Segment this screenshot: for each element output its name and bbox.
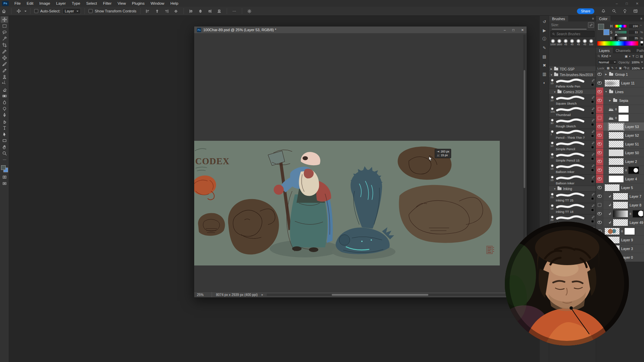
status-detail-toggle[interactable]: ▸ — [262, 293, 263, 296]
visibility-toggle-empty[interactable] — [598, 107, 601, 111]
tab-layers[interactable]: Layers — [596, 47, 613, 53]
layer-name[interactable]: Layer 11 — [621, 81, 635, 85]
layer-row-layer-52[interactable]: Layer 52 — [596, 131, 644, 140]
layer-row-layer-49[interactable]: Layer 49 — [596, 218, 644, 227]
layer-thumbnail[interactable] — [613, 193, 628, 200]
doc-minimize-button[interactable]: – — [504, 28, 506, 32]
filter-kind-label[interactable]: Kind — [601, 54, 608, 58]
type-tool[interactable] — [1, 125, 8, 131]
eye-column[interactable] — [596, 105, 603, 113]
brush-item[interactable]: 10 Square Sketch — [549, 95, 596, 106]
brush-settings-panel-icon[interactable]: ✎ — [541, 44, 548, 51]
panel-menu-icon[interactable]: ≡ — [590, 15, 596, 21]
search-icon[interactable] — [610, 8, 618, 14]
color-spectrum-ramp[interactable] — [597, 41, 639, 46]
tab-channels[interactable]: Channels — [613, 47, 634, 53]
heal-tool[interactable] — [1, 55, 8, 61]
visibility-eye-icon[interactable] — [597, 195, 602, 198]
chevron-right-icon[interactable]: ▶ — [608, 99, 612, 102]
layer-name[interactable]: Lines — [615, 90, 624, 94]
visibility-eye-icon[interactable] — [597, 134, 602, 137]
tab-color[interactable]: Color — [596, 15, 610, 21]
tab-paths[interactable]: Paths — [634, 47, 644, 53]
menu-file[interactable]: File — [11, 1, 24, 5]
eye-column[interactable] — [596, 192, 603, 200]
layer-name[interactable]: Layer 3 — [621, 247, 633, 251]
brush-item[interactable]: 15 Simple Pencil 15 — [549, 152, 596, 163]
layer-row-layer-7[interactable]: Layer 7 — [596, 192, 644, 201]
brush-preset-45[interactable]: 45 — [575, 39, 582, 46]
layer-name[interactable]: Layer 51 — [625, 142, 639, 146]
visibility-eye-icon[interactable] — [597, 186, 602, 189]
layer-group-group-1[interactable]: ▶Group 1 — [596, 70, 644, 79]
brush-search-box[interactable]: Search Brushes — [550, 31, 595, 37]
menu-window[interactable]: Window — [148, 1, 167, 5]
blend-mode-dropdown[interactable]: Normal — [597, 60, 617, 65]
eye-column[interactable] — [596, 175, 603, 183]
auto-select-checkbox[interactable] — [34, 9, 38, 13]
visibility-eye-icon[interactable] — [597, 212, 602, 215]
visibility-eye-icon[interactable] — [597, 151, 602, 154]
brush-preset-45[interactable]: 45 — [569, 39, 575, 46]
slider-marker[interactable] — [619, 26, 621, 29]
layer-thumbnail[interactable] — [613, 219, 628, 226]
filter-icon-0[interactable]: ▣ — [625, 54, 628, 58]
layer-row-layer-51[interactable]: Layer 51 — [596, 140, 644, 148]
workspace-settings-gear-icon[interactable] — [246, 8, 253, 14]
menu-edit[interactable]: Edit — [24, 1, 37, 5]
layer-name[interactable]: Layer 4 — [625, 177, 637, 181]
layer-mask-thumbnail[interactable] — [618, 114, 629, 122]
app-maximize-button[interactable]: □ — [626, 2, 628, 5]
gradient-tool[interactable] — [1, 93, 8, 99]
layer-row-layer-50[interactable]: Layer 50 — [596, 148, 644, 157]
clone-source-panel-icon[interactable]: ▤ — [541, 53, 548, 60]
visibility-eye-icon[interactable] — [597, 99, 602, 102]
filter-icon-3[interactable]: ▢ — [636, 54, 639, 58]
app-close-button[interactable]: ✕ — [636, 2, 639, 5]
lasso-tool[interactable] — [1, 29, 8, 36]
marquee-tool[interactable] — [1, 23, 8, 29]
layer-name[interactable]: Layer 52 — [625, 133, 639, 137]
show-transform-checkbox[interactable] — [89, 9, 93, 13]
distribute-center-h-icon[interactable] — [197, 8, 204, 14]
layer-thumbnail[interactable] — [608, 167, 624, 174]
canvas[interactable]: CODEX — [194, 141, 500, 265]
chevron-down-icon[interactable] — [642, 68, 644, 70]
layer-mask-thumbnail[interactable] — [618, 106, 629, 113]
more-options-button[interactable] — [231, 8, 238, 14]
dodge-tool[interactable] — [1, 106, 8, 112]
brush-item[interactable]: 18 Inking TT 18 — [549, 203, 596, 215]
color-swatches[interactable] — [1, 165, 8, 172]
menu-select[interactable]: Select — [83, 1, 100, 5]
lock-icon-0[interactable]: ▦ — [607, 66, 610, 70]
slider-track[interactable] — [614, 31, 627, 34]
menu-type[interactable]: Type — [69, 1, 83, 5]
foreground-color-swatch[interactable] — [1, 165, 6, 170]
layer-name[interactable]: Layer 2 — [625, 160, 637, 164]
slider-value[interactable]: 11 — [628, 30, 639, 35]
layer-name[interactable]: Group 1 — [615, 72, 628, 76]
discover-lightbulb-icon[interactable] — [621, 8, 629, 14]
layer-row-layer-5[interactable]: Layer 5 — [596, 183, 644, 192]
brush-item[interactable]: 7 Pencil - Think Thin 7 — [549, 129, 596, 140]
brush-folder-tim-brushes-nov2019[interactable]: ▼Tim-brushes-Nov2019 — [549, 72, 596, 78]
layer-thumbnail[interactable] — [608, 140, 624, 148]
eye-column[interactable] — [596, 166, 603, 174]
eye-column[interactable] — [596, 201, 603, 209]
slider-track[interactable] — [614, 37, 627, 40]
document-title-bar[interactable]: Ps 100Char-89.psd @ 25% (Layer 53, RGB/8… — [194, 26, 527, 33]
layer-name[interactable]: Sepia — [619, 99, 628, 103]
path-select-tool[interactable] — [1, 131, 8, 137]
actions-panel-icon[interactable]: ▶ — [541, 27, 548, 34]
layer-thumbnail[interactable] — [604, 184, 620, 191]
brush-item[interactable]: 15 Balloon Inker — [549, 175, 596, 186]
brush-preset-1000[interactable]: 1000 — [550, 39, 556, 46]
blur-tool[interactable] — [1, 99, 8, 106]
horizontal-scrollbar[interactable] — [267, 294, 523, 296]
layer-name[interactable]: Layer 53 — [625, 125, 639, 129]
eye-column[interactable] — [596, 79, 603, 87]
align-right-icon[interactable] — [163, 8, 170, 14]
visibility-eye-icon[interactable] — [597, 160, 602, 163]
pen-tool[interactable] — [1, 112, 8, 118]
lock-icon-3[interactable]: ▣ — [619, 66, 622, 70]
